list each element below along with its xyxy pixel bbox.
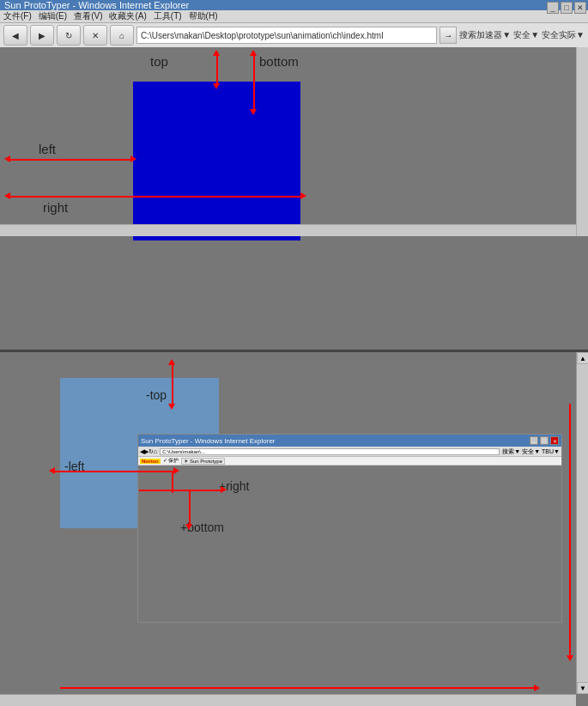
right-arrowhead-left	[4, 192, 10, 199]
bottom-arrowhead-up	[250, 50, 257, 56]
right-v-arrow-line	[569, 404, 571, 657]
neg-top-arrowhead-down	[168, 404, 175, 410]
horizontal-scrollbar[interactable]	[0, 224, 576, 236]
pos-bottom-line	[189, 491, 191, 526]
title-bar: Sun ProtoTyper - Windows Internet Explor…	[0, 0, 588, 10]
right-label: right	[43, 200, 68, 215]
home-button[interactable]: ⌂	[110, 25, 134, 46]
top-arrowhead-down	[213, 83, 220, 89]
title-bar-buttons: _ □ ✕	[547, 2, 586, 14]
pos-right-line	[176, 490, 223, 491]
scroll-up-arrow[interactable]: ▲	[577, 352, 588, 364]
top-browser-window: Sun ProtoTyper - Windows Internet Explor…	[0, 0, 588, 352]
refresh-button[interactable]: ↻	[57, 25, 81, 46]
minimize-button[interactable]: _	[547, 2, 559, 14]
forward-button[interactable]: ▶	[30, 25, 54, 46]
toolbar-tools: 安全实际▼	[542, 29, 585, 41]
neg-left-line	[52, 471, 176, 472]
left-label: left	[39, 142, 56, 156]
pos-bottom-arrowhead-down	[185, 524, 192, 530]
menu-file[interactable]: 文件(F)	[3, 10, 32, 22]
neg-top-arrowhead-up	[168, 359, 175, 365]
bottom-scrollbar-v[interactable]: ▲ ▼	[576, 352, 588, 694]
stop-button[interactable]: ✕	[83, 25, 107, 46]
bottom-h-arrow-line	[60, 687, 536, 689]
close-button[interactable]: ✕	[574, 2, 586, 14]
mini-browser-title: Sun ProtoTyper - Windows Internet Explor…	[138, 435, 561, 447]
neg-left-arrowhead-right	[173, 467, 179, 474]
mini-tab[interactable]: ☀ Sun Prototype	[181, 458, 225, 465]
bottom-scrollbar-h[interactable]	[0, 694, 576, 706]
menu-favorites[interactable]: 收藏夹(A)	[109, 10, 146, 22]
bottom-arrow-line	[253, 52, 255, 112]
maximize-button[interactable]: □	[561, 2, 573, 14]
pos-right-arrowhead-right	[221, 486, 227, 493]
right-arrow-line	[7, 196, 303, 198]
browser-menu-bar: 文件(F) 编辑(E) 查看(V) 收藏夹(A) 工具(T) 帮助(H)	[0, 10, 588, 23]
browser-content: top bottom left right	[0, 47, 588, 236]
scroll-down-arrow[interactable]: ▼	[577, 682, 588, 694]
mini-search: 搜索▼ 安全▼ TBU▼	[502, 447, 560, 456]
mini-norton-text: ✓ 保护	[163, 457, 179, 465]
toolbar-search: 搜索加速器▼	[459, 29, 511, 41]
address-bar[interactable]	[136, 27, 437, 44]
back-button[interactable]: ◀	[3, 25, 27, 46]
bottom-arrowhead-down	[250, 109, 257, 115]
mini-close[interactable]: ✕	[550, 436, 559, 445]
mini-minimize[interactable]: _	[530, 436, 538, 445]
left-arrowhead-right	[130, 155, 136, 162]
top-label: top	[150, 54, 168, 69]
top-arrow-line	[216, 52, 218, 86]
bottom-h-arrowhead-right	[534, 685, 540, 691]
neg-left-arrowhead-left	[49, 467, 55, 474]
crosshair-h	[139, 490, 179, 491]
mini-maximize[interactable]: □	[540, 436, 549, 445]
mini-toolbar: ◀▶↻⌂ C:\Users\makan\... 搜索▼ 安全▼ TBU▼	[138, 447, 561, 457]
bottom-section: Sun ProtoTyper - Windows Internet Explor…	[0, 352, 588, 706]
browser-toolbar: ◀ ▶ ↻ ✕ ⌂ → 搜索加速器▼ 安全▼ 安全实际▼	[0, 23, 588, 48]
menu-tools[interactable]: 工具(T)	[154, 10, 182, 22]
mini-nav: ◀▶↻⌂	[140, 448, 157, 455]
neg-top-line	[172, 361, 173, 405]
menu-help[interactable]: 帮助(H)	[189, 10, 218, 22]
left-arrowhead-left	[4, 155, 10, 162]
toolbar-safety: 安全▼	[513, 29, 539, 41]
menu-edit[interactable]: 编辑(E)	[39, 10, 67, 22]
mini-norton: Norton ✓ 保护 ☀ Sun Prototype	[138, 457, 561, 466]
blue-rectangle	[133, 82, 300, 240]
mini-norton-logo: Norton	[140, 459, 161, 464]
go-button[interactable]: →	[439, 27, 457, 44]
right-v-arrowhead-down	[567, 655, 573, 661]
right-arrowhead-right	[300, 192, 306, 199]
vertical-scrollbar[interactable]	[576, 47, 588, 236]
left-arrow-line	[7, 159, 133, 161]
title-bar-text: Sun ProtoTyper - Windows Internet Explor…	[4, 0, 189, 10]
mini-tab-icon: ☀ Sun Prototype	[184, 458, 222, 464]
mini-address[interactable]: C:\Users\makan\...	[160, 448, 500, 455]
mini-title-text: Sun ProtoTyper - Windows Internet Explor…	[141, 437, 276, 445]
neg-top-label: -top	[146, 388, 167, 402]
top-arrowhead-up	[213, 50, 220, 56]
bottom-label: bottom	[259, 54, 299, 69]
menu-view[interactable]: 查看(V)	[74, 10, 102, 22]
